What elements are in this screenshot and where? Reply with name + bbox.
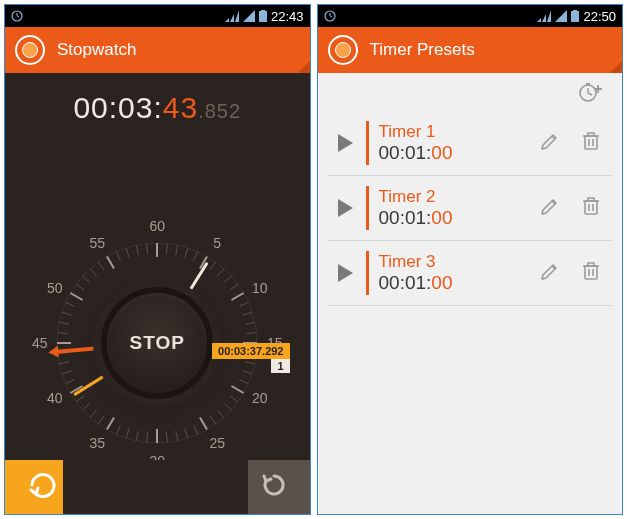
delete-button[interactable] bbox=[576, 190, 606, 226]
svg-line-59 bbox=[107, 256, 114, 268]
svg-line-51 bbox=[59, 322, 69, 324]
svg-line-28 bbox=[210, 416, 216, 424]
time-ms: .852 bbox=[198, 100, 241, 122]
svg-line-31 bbox=[185, 429, 188, 439]
svg-line-7 bbox=[185, 248, 188, 258]
preset-time: 00:01:00 bbox=[379, 142, 525, 164]
svg-rect-2 bbox=[261, 10, 265, 12]
stopwatch-screen: 22:43 Stopwatch 00:03:43.852 60 5 10 15 … bbox=[4, 4, 311, 515]
svg-line-62 bbox=[136, 245, 138, 255]
lap-time: 00:03:37.292 bbox=[212, 343, 289, 359]
preset-row: Timer 3 00:01:00 bbox=[328, 241, 613, 306]
reset-icon bbox=[260, 471, 288, 503]
reset-button[interactable] bbox=[81, 460, 310, 514]
svg-rect-1 bbox=[259, 11, 267, 22]
svg-line-58 bbox=[98, 262, 104, 270]
svg-line-40 bbox=[98, 416, 104, 424]
svg-line-30 bbox=[194, 425, 198, 434]
dial-label: 55 bbox=[89, 235, 105, 251]
svg-rect-66 bbox=[573, 10, 577, 12]
dial-label: 60 bbox=[149, 218, 165, 234]
svg-line-47 bbox=[59, 362, 69, 364]
play-button[interactable] bbox=[334, 132, 356, 154]
svg-line-10 bbox=[210, 262, 216, 270]
dial-label: 50 bbox=[47, 280, 63, 296]
status-bar: 22:43 bbox=[5, 5, 310, 27]
status-time: 22:43 bbox=[271, 9, 304, 24]
svg-line-43 bbox=[76, 396, 84, 402]
svg-line-57 bbox=[90, 269, 97, 276]
svg-line-56 bbox=[83, 276, 90, 283]
svg-line-60 bbox=[117, 252, 121, 261]
svg-line-54 bbox=[71, 293, 83, 300]
stop-label: STOP bbox=[130, 332, 185, 354]
svg-line-8 bbox=[194, 252, 198, 261]
svg-line-12 bbox=[224, 276, 231, 283]
svg-line-23 bbox=[239, 380, 248, 384]
app-header: Timer Presets bbox=[318, 27, 623, 73]
app-status-icon bbox=[324, 10, 336, 22]
timer-presets-screen: 22:50 Timer Presets bbox=[317, 4, 624, 515]
svg-line-5 bbox=[167, 244, 168, 254]
svg-line-33 bbox=[167, 433, 168, 443]
play-button[interactable] bbox=[334, 197, 356, 219]
elapsed-time: 00:03:43.852 bbox=[5, 73, 310, 125]
delete-button[interactable] bbox=[576, 255, 606, 291]
svg-line-6 bbox=[176, 245, 178, 255]
preset-info[interactable]: Timer 2 00:01:00 bbox=[379, 187, 525, 229]
preset-info[interactable]: Timer 3 00:01:00 bbox=[379, 252, 525, 294]
svg-rect-71 bbox=[585, 266, 597, 279]
header-decoration bbox=[298, 61, 310, 73]
preset-time: 00:01:00 bbox=[379, 207, 525, 229]
presets-body: Timer 1 00:01:00 Timer 2 bbox=[318, 73, 623, 514]
status-bar: 22:50 bbox=[318, 5, 623, 27]
svg-line-35 bbox=[147, 433, 148, 443]
svg-rect-68 bbox=[586, 83, 590, 85]
preset-time: 00:01:00 bbox=[379, 272, 525, 294]
signal-icon-2 bbox=[555, 10, 567, 22]
svg-rect-69 bbox=[585, 136, 597, 149]
svg-line-41 bbox=[90, 410, 97, 417]
svg-line-63 bbox=[147, 244, 148, 254]
svg-rect-65 bbox=[571, 11, 579, 22]
svg-line-11 bbox=[217, 269, 224, 276]
svg-line-46 bbox=[62, 371, 72, 374]
add-preset-button[interactable] bbox=[578, 81, 604, 107]
svg-line-27 bbox=[217, 410, 224, 417]
svg-line-50 bbox=[58, 333, 68, 334]
dial-label: 25 bbox=[209, 435, 225, 451]
svg-line-53 bbox=[66, 302, 75, 306]
play-button[interactable] bbox=[334, 262, 356, 284]
svg-line-38 bbox=[117, 425, 121, 434]
time-seconds: 43 bbox=[163, 91, 198, 124]
lap-badge: 00:03:37.292 1 bbox=[212, 343, 289, 373]
dial-label: 20 bbox=[252, 390, 268, 406]
signal-icon-2 bbox=[243, 10, 255, 22]
svg-line-16 bbox=[243, 312, 253, 315]
bottom-bar bbox=[5, 460, 310, 514]
app-logo-icon bbox=[15, 35, 45, 65]
dial-label: 35 bbox=[89, 435, 105, 451]
preset-info[interactable]: Timer 1 00:01:00 bbox=[379, 122, 525, 164]
stop-button[interactable]: STOP bbox=[107, 293, 207, 393]
edit-button[interactable] bbox=[534, 125, 566, 161]
svg-line-61 bbox=[126, 248, 129, 258]
stopwatch-body: 00:03:43.852 60 5 10 15 20 25 30 35 40 4… bbox=[5, 73, 310, 514]
battery-icon bbox=[571, 10, 579, 22]
edit-button[interactable] bbox=[534, 255, 566, 291]
signal-icon bbox=[225, 10, 239, 22]
delete-button[interactable] bbox=[576, 125, 606, 161]
accent-bar bbox=[366, 251, 369, 295]
page-title: Stopwatch bbox=[57, 40, 136, 60]
svg-line-45 bbox=[66, 380, 75, 384]
svg-line-52 bbox=[62, 312, 72, 315]
svg-line-32 bbox=[176, 431, 178, 441]
svg-line-26 bbox=[224, 403, 231, 410]
app-status-icon bbox=[11, 10, 23, 22]
time-hhmm: 00:03: bbox=[73, 91, 162, 124]
page-title: Timer Presets bbox=[370, 40, 475, 60]
edit-button[interactable] bbox=[534, 190, 566, 226]
lap-number: 1 bbox=[271, 359, 289, 373]
dial-label: 45 bbox=[32, 335, 48, 351]
lap-button[interactable] bbox=[5, 460, 81, 514]
